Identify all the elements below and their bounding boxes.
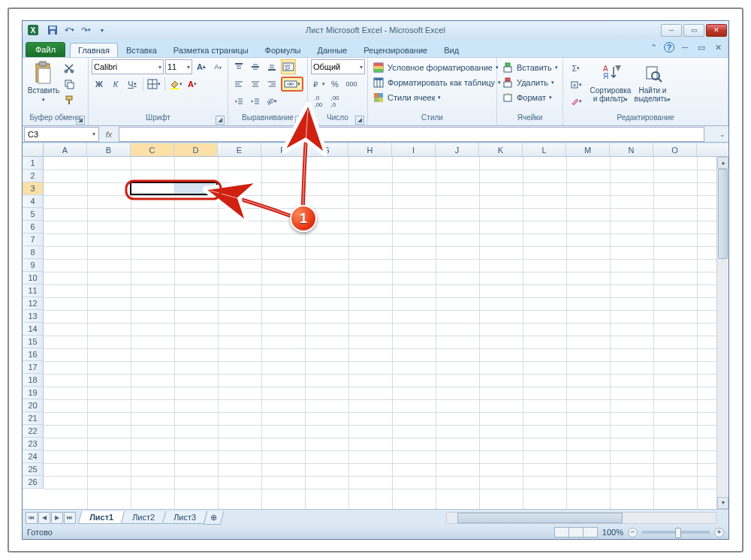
column-header-D[interactable]: D (174, 143, 218, 156)
formula-input[interactable] (119, 127, 704, 142)
cells-area[interactable] (44, 157, 716, 509)
scroll-up-button[interactable]: ▴ (717, 157, 728, 169)
row-header-12[interactable]: 12 (23, 297, 44, 310)
wrap-text-button[interactable] (281, 59, 296, 74)
new-sheet-button[interactable]: ⊕ (204, 511, 225, 525)
app-icon[interactable]: X (26, 23, 41, 38)
mdi-minimize[interactable]: ─ (679, 41, 691, 53)
minimize-ribbon-button[interactable]: ⌃ (647, 41, 659, 53)
column-header-M[interactable]: M (566, 143, 610, 156)
row-header-11[interactable]: 11 (23, 285, 44, 297)
row-header-22[interactable]: 22 (23, 425, 44, 438)
row-header-9[interactable]: 9 (23, 259, 44, 272)
mdi-close[interactable]: ✕ (712, 41, 724, 53)
align-bottom-button[interactable] (264, 59, 279, 74)
scroll-thumb[interactable] (718, 169, 728, 259)
minimize-button[interactable]: ─ (661, 24, 682, 37)
scroll-down-button[interactable]: ▾ (717, 497, 728, 509)
sheet-tab-3[interactable]: Лист3 (162, 511, 208, 524)
zoom-level[interactable]: 100% (602, 528, 623, 537)
row-header-16[interactable]: 16 (23, 348, 44, 361)
shrink-font-button[interactable]: A▾ (210, 59, 225, 74)
mdi-restore[interactable]: ▭ (695, 41, 707, 53)
row-header-8[interactable]: 8 (23, 246, 44, 259)
accounting-format-button[interactable]: ₽▾ (311, 77, 326, 92)
orientation-button[interactable]: ab▾ (264, 94, 279, 109)
worksheet-grid[interactable]: ABCDEFGHIJKLMNO 123456789101112131415161… (23, 143, 728, 509)
sheet-prev-button[interactable]: ◀ (38, 512, 50, 524)
paste-button[interactable]: Вставить▾ (26, 59, 62, 104)
number-launcher[interactable]: ◢ (355, 116, 364, 125)
sheet-next-button[interactable]: ▶ (51, 512, 63, 524)
column-header-F[interactable]: F (261, 143, 305, 156)
tab-view[interactable]: Вид (436, 43, 467, 57)
sheet-tab-2[interactable]: Лист2 (121, 511, 167, 524)
column-header-H[interactable]: H (348, 143, 392, 156)
tab-data[interactable]: Данные (309, 43, 355, 57)
column-header-J[interactable]: J (436, 143, 479, 156)
horizontal-scrollbar[interactable] (446, 512, 716, 524)
tab-home[interactable]: Главная (70, 43, 118, 57)
merge-center-button[interactable]: ▾ (281, 77, 303, 92)
row-header-17[interactable]: 17 (23, 361, 44, 374)
comma-button[interactable]: 000 (344, 77, 359, 92)
row-header-7[interactable]: 7 (23, 233, 44, 246)
expand-formula-bar[interactable]: ⌄ (716, 131, 728, 138)
column-header-C[interactable]: C (131, 143, 174, 156)
conditional-formatting-button[interactable]: Условное форматирование▾ (371, 61, 500, 74)
find-select-button[interactable]: Найти и выделить▾ (632, 59, 673, 104)
undo-button[interactable]: ↶▾ (62, 23, 77, 38)
align-middle-button[interactable] (248, 59, 263, 74)
cut-button[interactable] (62, 61, 77, 76)
column-header-K[interactable]: K (479, 143, 523, 156)
align-top-button[interactable] (231, 59, 246, 74)
column-header-G[interactable]: G (305, 143, 348, 156)
row-header-14[interactable]: 14 (23, 323, 44, 336)
page-layout-view-button[interactable] (569, 527, 584, 537)
close-button[interactable]: ✕ (706, 24, 727, 37)
clear-button[interactable]: ▾ (566, 94, 586, 109)
font-size-combo[interactable]: 11▾ (165, 59, 192, 74)
column-header-E[interactable]: E (218, 143, 261, 156)
bold-button[interactable]: Ж (92, 77, 107, 92)
font-color-button[interactable]: A▾ (185, 77, 200, 92)
column-header-L[interactable]: L (523, 143, 566, 156)
row-header-3[interactable]: 3 (23, 182, 44, 195)
borders-button[interactable]: ▾ (146, 77, 161, 92)
sheet-last-button[interactable]: ⏭ (64, 512, 76, 524)
tab-insert[interactable]: Вставка (118, 43, 165, 57)
font-name-combo[interactable]: Calibri▾ (92, 59, 164, 74)
insert-cells-button[interactable]: Вставить▾ (500, 61, 559, 74)
vertical-scrollbar[interactable]: ▴ ▾ (716, 157, 728, 509)
number-format-combo[interactable]: Общий▾ (311, 59, 365, 74)
sort-filter-button[interactable]: АЯ Сортировка и фильтр▾ (589, 59, 632, 104)
italic-button[interactable]: К (108, 77, 123, 92)
column-header-A[interactable]: A (44, 143, 87, 156)
tab-review[interactable]: Рецензирование (355, 43, 436, 57)
column-header-B[interactable]: B (87, 143, 131, 156)
percent-button[interactable]: % (327, 77, 342, 92)
zoom-out-button[interactable]: − (628, 528, 638, 537)
decrease-indent-button[interactable] (231, 94, 246, 109)
row-header-6[interactable]: 6 (23, 221, 44, 233)
row-header-15[interactable]: 15 (23, 336, 44, 348)
format-as-table-button[interactable]: Форматировать как таблицу▾ (371, 76, 502, 89)
font-launcher[interactable]: ◢ (216, 116, 225, 125)
tab-formulas[interactable]: Формулы (257, 43, 309, 57)
align-center-button[interactable] (248, 77, 263, 92)
decrease-decimal-button[interactable]: ,00,0 (327, 94, 342, 109)
zoom-in-button[interactable]: + (714, 528, 724, 537)
align-left-button[interactable] (231, 77, 246, 92)
select-all-corner[interactable] (23, 143, 44, 156)
tab-page-layout[interactable]: Разметка страницы (165, 43, 257, 57)
row-header-1[interactable]: 1 (23, 157, 44, 170)
column-header-O[interactable]: O (653, 143, 697, 156)
increase-decimal-button[interactable]: ,0,00 (311, 94, 326, 109)
format-cells-button[interactable]: Формат▾ (500, 91, 553, 104)
qat-customize-button[interactable]: ▾ (95, 23, 110, 38)
format-painter-button[interactable] (62, 92, 77, 107)
name-box[interactable]: C3▾ (24, 127, 99, 142)
delete-cells-button[interactable]: Удалить▾ (500, 76, 556, 89)
row-header-13[interactable]: 13 (23, 310, 44, 323)
maximize-button[interactable]: ▭ (683, 24, 704, 37)
